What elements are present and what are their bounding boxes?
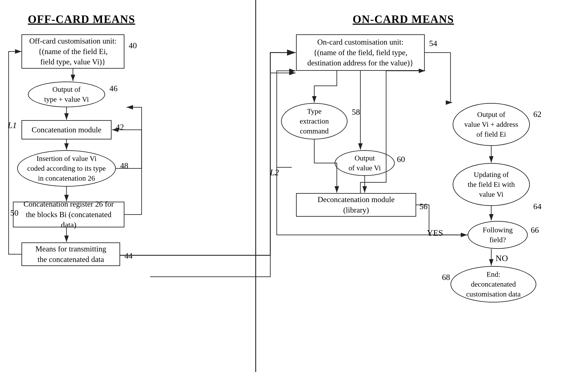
ref-56: 56: [419, 202, 428, 211]
ref-50: 50: [10, 208, 19, 218]
concat-register-box: Concatenation register 26 forthe blocks …: [13, 202, 125, 227]
following-field-oval: Followingfield?: [468, 221, 528, 249]
output-address-text: Output ofvalue Vi + addressof field Ei: [464, 110, 518, 139]
type-extraction-text: Typeextractioncommand: [300, 106, 329, 136]
deconcatenation-box: Deconcatenation module(library): [296, 193, 416, 217]
on-card-unit-text: On-card customisation unit:{(name of the…: [307, 37, 413, 68]
yes-label: YES: [427, 228, 443, 238]
deconcatenation-text: Deconcatenation module(library): [318, 194, 395, 215]
ref-44: 44: [125, 251, 133, 260]
page: OFF-CARD MEANS ON-CARD MEANS Off-card cu…: [0, 0, 588, 372]
end-oval: End:deconcatenatedcustomisation data: [451, 266, 536, 302]
type-extraction-oval: Typeextractioncommand: [281, 103, 347, 139]
updating-text: Updating ofthe field Ei withvalue Vi: [468, 170, 515, 199]
ref-66: 66: [531, 225, 539, 235]
off-card-unit-box: Off-card customisation unit:{(name of th…: [21, 34, 125, 69]
ref-60: 60: [397, 154, 405, 164]
transmit-text: Means for transmittingthe concatenated d…: [35, 244, 106, 265]
ref-58: 58: [352, 107, 360, 117]
off-card-heading: OFF-CARD MEANS: [17, 13, 146, 26]
output-type-value-text: Output oftype + value Vi: [44, 85, 89, 104]
off-card-unit-text: Off-card customisation unit:{(name of th…: [29, 36, 116, 67]
ref-68: 68: [442, 272, 450, 282]
section-divider: [255, 0, 256, 372]
l2-label: L2: [270, 167, 279, 177]
ref-42: 42: [116, 122, 124, 132]
ref-54: 54: [429, 39, 437, 48]
output-value-text: Outputof value Vi: [349, 153, 381, 173]
ref-62: 62: [533, 109, 541, 119]
transmit-box: Means for transmittingthe concatenated d…: [21, 242, 120, 266]
ref-48: 48: [120, 161, 128, 170]
end-text: End:deconcatenatedcustomisation data: [466, 269, 521, 299]
output-address-oval: Output ofvalue Vi + addressof field Ei: [453, 103, 530, 146]
on-card-unit-box: On-card customisation unit:{(name of the…: [296, 34, 425, 71]
concat-register-text: Concatenation register 26 forthe blocks …: [17, 199, 120, 230]
ref-64: 64: [533, 202, 541, 211]
on-card-heading: ON-CARD MEANS: [317, 13, 489, 26]
concatenation-module-text: Concatenation module: [32, 125, 102, 135]
ref-46: 46: [109, 84, 117, 93]
output-type-value-oval: Output oftype + value Vi: [28, 82, 105, 107]
l1-label: L1: [8, 120, 17, 130]
ref-40: 40: [129, 41, 137, 50]
no-label: NO: [495, 253, 508, 263]
updating-oval: Updating ofthe field Ei withvalue Vi: [453, 163, 530, 206]
output-value-oval: Outputof value Vi: [335, 150, 395, 176]
following-field-text: Followingfield?: [483, 225, 513, 245]
insertion-text: Insertion of value Vicoded according to …: [27, 154, 106, 183]
insertion-oval: Insertion of value Vicoded according to …: [17, 150, 116, 187]
concatenation-module-box: Concatenation module: [21, 120, 112, 139]
